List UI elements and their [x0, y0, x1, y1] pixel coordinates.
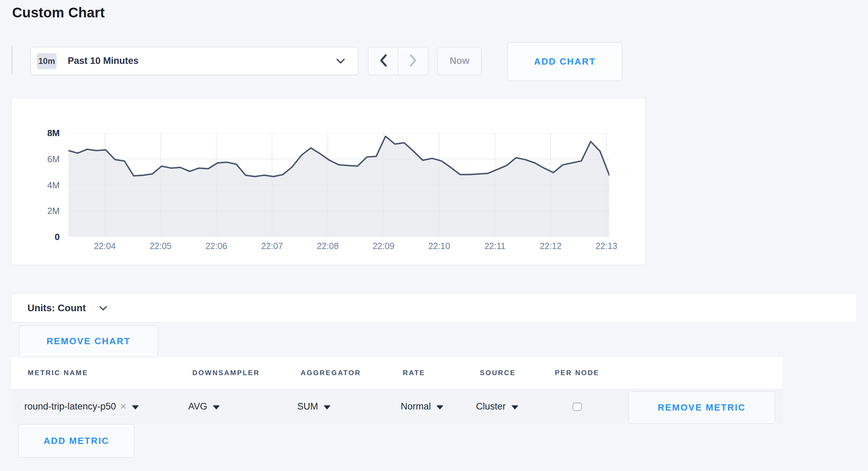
y-axis-label: 8M — [29, 128, 60, 139]
metric-name-select[interactable]: round-trip-latency-p50 × — [24, 389, 139, 424]
x-axis-label: 22:13 — [582, 241, 631, 251]
column-header-source: SOURCE — [480, 357, 516, 389]
caret-down-icon — [213, 405, 220, 410]
caret-down-icon — [511, 405, 518, 410]
y-axis-label: 4M — [29, 180, 60, 191]
time-range-dropdown[interactable]: 10m Past 10 Minutes — [31, 47, 358, 75]
rate-value: Normal — [401, 401, 431, 412]
x-axis-label: 22:10 — [415, 241, 464, 251]
x-axis-label: 22:09 — [359, 241, 408, 251]
add-metric-button[interactable]: ADD METRIC — [18, 424, 134, 457]
timeseries-chart[interactable] — [68, 133, 609, 237]
x-axis-label: 22:07 — [248, 241, 297, 251]
add-chart-button[interactable]: ADD CHART — [508, 42, 622, 81]
chevron-down-icon — [99, 306, 107, 312]
x-axis-label: 22:04 — [81, 241, 129, 251]
y-axis-label: 0 — [29, 232, 60, 242]
caret-down-icon — [436, 405, 443, 410]
x-axis-label: 22:08 — [303, 241, 352, 251]
remove-chart-button[interactable]: REMOVE CHART — [19, 325, 158, 357]
chart-block-divider — [11, 46, 12, 74]
chart-area-fill — [68, 136, 609, 237]
units-label: Units: Count — [27, 303, 86, 314]
column-header-downsampler: DOWNSAMPLER — [192, 357, 260, 389]
chevron-down-icon — [336, 58, 345, 66]
page-title: Custom Chart — [12, 5, 105, 20]
rate-select[interactable]: Normal — [401, 389, 443, 424]
time-step-group — [368, 47, 428, 75]
x-axis-label: 22:11 — [471, 241, 519, 251]
downsampler-select[interactable]: AVG — [188, 389, 220, 424]
aggregator-value: SUM — [297, 401, 318, 412]
clear-metric-icon[interactable]: × — [120, 400, 126, 412]
caret-down-icon — [324, 405, 331, 410]
column-header-metric-name: METRIC NAME — [28, 357, 88, 389]
aggregator-select[interactable]: SUM — [297, 389, 331, 424]
remove-metric-button[interactable]: REMOVE METRIC — [628, 391, 775, 424]
units-dropdown[interactable]: Units: Count — [11, 294, 857, 322]
source-select[interactable]: Cluster — [476, 389, 518, 424]
x-axis-label: 22:06 — [192, 241, 241, 251]
source-value: Cluster — [476, 401, 506, 412]
y-axis-label: 6M — [29, 154, 60, 165]
chevron-left-icon — [379, 53, 387, 69]
metric-name-value: round-trip-latency-p50 — [24, 401, 116, 412]
previous-interval-button[interactable] — [368, 47, 398, 75]
downsampler-value: AVG — [188, 401, 207, 412]
metrics-table-header: METRIC NAME DOWNSAMPLER AGGREGATOR RATE … — [11, 357, 783, 389]
chevron-right-icon — [409, 53, 417, 69]
time-range-badge: 10m — [37, 53, 57, 69]
next-interval-button[interactable] — [398, 47, 428, 75]
custom-chart-page: Custom Chart 10m Past 10 Minutes Now ADD… — [0, 0, 868, 471]
column-header-aggregator: AGGREGATOR — [301, 357, 361, 389]
x-axis-label: 22:12 — [526, 241, 575, 251]
x-axis-label: 22:05 — [136, 241, 185, 251]
column-header-rate: RATE — [403, 357, 425, 389]
now-button[interactable]: Now — [437, 47, 482, 75]
column-header-per-node: PER NODE — [555, 357, 599, 389]
y-axis-label: 2M — [29, 206, 60, 216]
per-node-checkbox[interactable] — [573, 403, 582, 411]
time-range-label: Past 10 Minutes — [68, 56, 139, 66]
caret-down-icon — [132, 405, 139, 410]
